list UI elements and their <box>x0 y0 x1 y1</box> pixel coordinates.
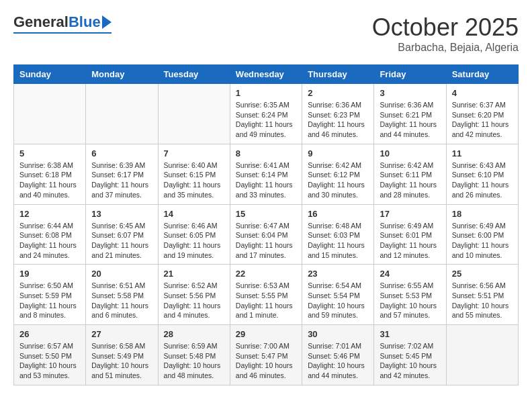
calendar-cell: 30Sunrise: 7:01 AM Sunset: 5:46 PM Dayli… <box>302 325 374 385</box>
day-info: Sunrise: 6:42 AM Sunset: 6:12 PM Dayligh… <box>308 161 368 200</box>
calendar-cell: 28Sunrise: 6:59 AM Sunset: 5:48 PM Dayli… <box>158 325 230 385</box>
weekday-header-tuesday: Tuesday <box>158 65 230 84</box>
day-number: 30 <box>308 329 368 339</box>
day-info: Sunrise: 6:59 AM Sunset: 5:48 PM Dayligh… <box>164 341 224 381</box>
day-info: Sunrise: 6:58 AM Sunset: 5:49 PM Dayligh… <box>91 341 152 381</box>
day-number: 2 <box>308 88 368 98</box>
calendar-cell: 27Sunrise: 6:58 AM Sunset: 5:49 PM Dayli… <box>86 325 158 385</box>
calendar-cell: 7Sunrise: 6:40 AM Sunset: 6:15 PM Daylig… <box>158 144 230 204</box>
calendar-cell: 15Sunrise: 6:47 AM Sunset: 6:04 PM Dayli… <box>230 204 302 265</box>
calendar-cell: 18Sunrise: 6:49 AM Sunset: 6:00 PM Dayli… <box>446 204 518 265</box>
day-info: Sunrise: 6:53 AM Sunset: 5:55 PM Dayligh… <box>236 281 296 320</box>
day-number: 23 <box>308 269 368 279</box>
calendar-week-2: 5Sunrise: 6:38 AM Sunset: 6:18 PM Daylig… <box>14 144 519 204</box>
logo-blue-text: Blue <box>69 13 101 31</box>
day-number: 14 <box>164 209 224 219</box>
day-number: 12 <box>19 209 80 219</box>
calendar-cell: 2Sunrise: 6:36 AM Sunset: 6:23 PM Daylig… <box>302 84 374 144</box>
calendar-cell <box>14 84 86 144</box>
day-number: 21 <box>164 269 224 279</box>
calendar-cell: 31Sunrise: 7:02 AM Sunset: 5:45 PM Dayli… <box>374 325 446 385</box>
day-info: Sunrise: 6:55 AM Sunset: 5:53 PM Dayligh… <box>380 281 440 320</box>
calendar-cell: 14Sunrise: 6:46 AM Sunset: 6:05 PM Dayli… <box>158 204 230 265</box>
day-number: 10 <box>380 148 440 158</box>
calendar-cell: 13Sunrise: 6:45 AM Sunset: 6:07 PM Dayli… <box>86 204 158 265</box>
day-info: Sunrise: 6:46 AM Sunset: 6:05 PM Dayligh… <box>164 221 224 261</box>
calendar-cell: 26Sunrise: 6:57 AM Sunset: 5:50 PM Dayli… <box>14 325 86 385</box>
calendar-cell: 29Sunrise: 7:00 AM Sunset: 5:47 PM Dayli… <box>230 325 302 385</box>
day-number: 9 <box>308 148 368 158</box>
day-info: Sunrise: 6:49 AM Sunset: 6:00 PM Dayligh… <box>452 221 513 261</box>
day-number: 26 <box>19 329 80 339</box>
day-number: 4 <box>452 88 513 98</box>
calendar-week-3: 12Sunrise: 6:44 AM Sunset: 6:08 PM Dayli… <box>14 204 519 265</box>
day-info: Sunrise: 6:36 AM Sunset: 6:21 PM Dayligh… <box>380 100 440 140</box>
calendar-cell <box>158 84 230 144</box>
day-number: 7 <box>164 148 224 158</box>
day-info: Sunrise: 6:40 AM Sunset: 6:15 PM Dayligh… <box>164 161 224 200</box>
day-info: Sunrise: 6:41 AM Sunset: 6:14 PM Dayligh… <box>236 161 296 200</box>
weekday-header-friday: Friday <box>374 65 446 84</box>
calendar-cell: 22Sunrise: 6:53 AM Sunset: 5:55 PM Dayli… <box>230 265 302 325</box>
day-number: 19 <box>19 269 80 279</box>
calendar-cell: 23Sunrise: 6:54 AM Sunset: 5:54 PM Dayli… <box>302 265 374 325</box>
calendar-week-5: 26Sunrise: 6:57 AM Sunset: 5:50 PM Dayli… <box>14 325 519 385</box>
calendar-week-4: 19Sunrise: 6:50 AM Sunset: 5:59 PM Dayli… <box>14 265 519 325</box>
weekday-header-saturday: Saturday <box>446 65 518 84</box>
calendar-cell: 10Sunrise: 6:42 AM Sunset: 6:11 PM Dayli… <box>374 144 446 204</box>
day-number: 11 <box>452 148 513 158</box>
day-number: 16 <box>308 209 368 219</box>
calendar-week-1: 1Sunrise: 6:35 AM Sunset: 6:24 PM Daylig… <box>14 84 519 144</box>
location-subtitle: Barbacha, Bejaia, Algeria <box>372 42 519 54</box>
calendar-cell: 3Sunrise: 6:36 AM Sunset: 6:21 PM Daylig… <box>374 84 446 144</box>
day-number: 5 <box>19 148 80 158</box>
calendar-table: SundayMondayTuesdayWednesdayThursdayFrid… <box>13 64 519 385</box>
calendar-cell: 4Sunrise: 6:37 AM Sunset: 6:20 PM Daylig… <box>446 84 518 144</box>
day-info: Sunrise: 6:37 AM Sunset: 6:20 PM Dayligh… <box>452 100 513 140</box>
day-info: Sunrise: 7:00 AM Sunset: 5:47 PM Dayligh… <box>236 341 296 381</box>
day-number: 1 <box>236 88 296 98</box>
day-info: Sunrise: 6:35 AM Sunset: 6:24 PM Dayligh… <box>236 100 296 140</box>
calendar-cell: 19Sunrise: 6:50 AM Sunset: 5:59 PM Dayli… <box>14 265 86 325</box>
day-info: Sunrise: 6:48 AM Sunset: 6:03 PM Dayligh… <box>308 221 368 261</box>
weekday-header-row: SundayMondayTuesdayWednesdayThursdayFrid… <box>14 65 519 84</box>
logo-general-text: General <box>13 13 69 31</box>
day-info: Sunrise: 6:50 AM Sunset: 5:59 PM Dayligh… <box>19 281 80 320</box>
calendar-cell: 5Sunrise: 6:38 AM Sunset: 6:18 PM Daylig… <box>14 144 86 204</box>
day-number: 20 <box>91 269 152 279</box>
day-info: Sunrise: 6:56 AM Sunset: 5:51 PM Dayligh… <box>452 281 513 320</box>
day-info: Sunrise: 6:36 AM Sunset: 6:23 PM Dayligh… <box>308 100 368 140</box>
day-info: Sunrise: 6:44 AM Sunset: 6:08 PM Dayligh… <box>19 221 80 261</box>
day-number: 6 <box>91 148 152 158</box>
day-number: 22 <box>236 269 296 279</box>
title-block: October 2025 Barbacha, Bejaia, Algeria <box>372 13 519 54</box>
calendar-cell: 8Sunrise: 6:41 AM Sunset: 6:14 PM Daylig… <box>230 144 302 204</box>
calendar-cell: 11Sunrise: 6:43 AM Sunset: 6:10 PM Dayli… <box>446 144 518 204</box>
day-number: 27 <box>91 329 152 339</box>
day-info: Sunrise: 6:49 AM Sunset: 6:01 PM Dayligh… <box>380 221 440 261</box>
day-info: Sunrise: 6:42 AM Sunset: 6:11 PM Dayligh… <box>380 161 440 200</box>
day-info: Sunrise: 6:52 AM Sunset: 5:56 PM Dayligh… <box>164 281 224 320</box>
calendar-cell <box>446 325 518 385</box>
calendar-cell: 12Sunrise: 6:44 AM Sunset: 6:08 PM Dayli… <box>14 204 86 265</box>
calendar-cell: 16Sunrise: 6:48 AM Sunset: 6:03 PM Dayli… <box>302 204 374 265</box>
calendar-cell: 9Sunrise: 6:42 AM Sunset: 6:12 PM Daylig… <box>302 144 374 204</box>
day-number: 29 <box>236 329 296 339</box>
weekday-header-sunday: Sunday <box>14 65 86 84</box>
calendar-cell: 25Sunrise: 6:56 AM Sunset: 5:51 PM Dayli… <box>446 265 518 325</box>
day-info: Sunrise: 7:02 AM Sunset: 5:45 PM Dayligh… <box>380 341 440 381</box>
calendar-cell <box>86 84 158 144</box>
calendar-cell: 24Sunrise: 6:55 AM Sunset: 5:53 PM Dayli… <box>374 265 446 325</box>
day-number: 17 <box>380 209 440 219</box>
day-number: 3 <box>380 88 440 98</box>
calendar-cell: 6Sunrise: 6:39 AM Sunset: 6:17 PM Daylig… <box>86 144 158 204</box>
day-info: Sunrise: 7:01 AM Sunset: 5:46 PM Dayligh… <box>308 341 368 381</box>
logo-arrow-icon <box>102 15 112 29</box>
day-info: Sunrise: 6:45 AM Sunset: 6:07 PM Dayligh… <box>91 221 152 261</box>
calendar-cell: 21Sunrise: 6:52 AM Sunset: 5:56 PM Dayli… <box>158 265 230 325</box>
page-header: General Blue October 2025 Barbacha, Beja… <box>13 13 519 54</box>
logo-underline <box>13 32 112 34</box>
day-info: Sunrise: 6:39 AM Sunset: 6:17 PM Dayligh… <box>91 161 152 200</box>
day-number: 28 <box>164 329 224 339</box>
calendar-cell: 17Sunrise: 6:49 AM Sunset: 6:01 PM Dayli… <box>374 204 446 265</box>
